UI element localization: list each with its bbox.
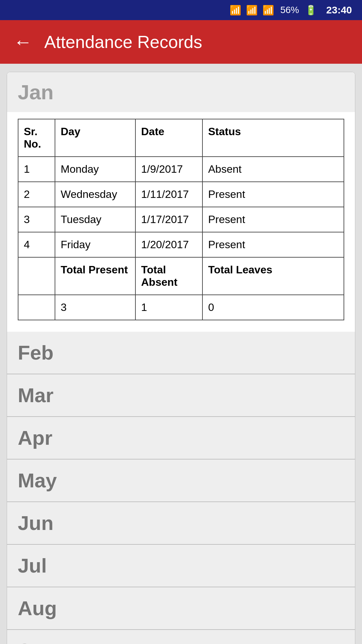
status-icons: 📶 📶 📶 [230,5,274,16]
battery-icon: 🔋 [305,5,317,16]
cell-status: Present [202,207,344,232]
wifi-icon: 📶 [246,5,258,16]
cell-day: Wednesday [55,182,135,207]
app-bar: ← Attendance Records [0,20,362,64]
attendance-table: Sr. No. Day Date Status 1 Monday 1/9/201… [18,119,344,320]
back-button[interactable]: ← [13,33,32,51]
col-header-status: Status [202,119,344,157]
signal-icon: 📶 [262,5,274,16]
attendance-card: Jan Sr. No. Day Date Status 1 Monday 1/9… [7,72,355,644]
cell-srno: 1 [18,157,55,182]
bluetooth-icon: 📶 [230,5,241,16]
month-list-item-aug[interactable]: Aug [7,587,355,629]
main-content: Jan Sr. No. Day Date Status 1 Monday 1/9… [0,64,362,644]
month-list: FebMarAprMayJunJulAugSep [7,328,355,644]
month-list-item-jun[interactable]: Jun [7,501,355,544]
cell-total-empty [18,257,55,295]
cell-date: 1/11/2017 [135,182,202,207]
table-row: 3 Tuesday 1/17/2017 Present [18,207,344,232]
table-header-row: Sr. No. Day Date Status [18,119,344,157]
total-header-row: Total Present Total Absent Total Leaves [18,257,344,295]
month-list-item-jul[interactable]: Jul [7,544,355,587]
table-row: 4 Friday 1/20/2017 Present [18,232,344,257]
jan-header[interactable]: Jan [7,72,355,112]
jan-label: Jan [18,80,54,104]
cell-date: 1/9/2017 [135,157,202,182]
col-header-day: Day [55,119,135,157]
table-row: 1 Monday 1/9/2017 Absent [18,157,344,182]
cell-status: Absent [202,157,344,182]
cell-total-present-val: 3 [55,295,135,320]
month-list-item-may[interactable]: May [7,459,355,501]
cell-total-absent-label: Total Absent [135,257,202,295]
cell-total-present-label: Total Present [55,257,135,295]
cell-total-val-empty [18,295,55,320]
total-value-row: 3 1 0 [18,295,344,320]
time-display: 23:40 [326,4,352,16]
cell-srno: 2 [18,182,55,207]
cell-total-leaves-val: 0 [202,295,344,320]
cell-day: Friday [55,232,135,257]
battery-percent: 56% [280,5,299,15]
cell-total-absent-val: 1 [135,295,202,320]
cell-srno: 4 [18,232,55,257]
month-list-item-apr[interactable]: Apr [7,416,355,459]
month-list-item-feb[interactable]: Feb [7,332,355,374]
cell-total-leaves-label: Total Leaves [202,257,344,295]
col-header-date: Date [135,119,202,157]
month-list-item-sep[interactable]: Sep [7,629,355,644]
cell-srno: 3 [18,207,55,232]
cell-date: 1/17/2017 [135,207,202,232]
status-bar: 📶 📶 📶 56% 🔋 23:40 [0,0,362,20]
page-title: Attendance Records [44,32,202,52]
cell-day: Monday [55,157,135,182]
cell-date: 1/20/2017 [135,232,202,257]
cell-day: Tuesday [55,207,135,232]
table-row: 2 Wednesday 1/11/2017 Present [18,182,344,207]
col-header-srno: Sr. No. [18,119,55,157]
cell-status: Present [202,232,344,257]
month-list-item-mar[interactable]: Mar [7,374,355,416]
cell-status: Present [202,182,344,207]
